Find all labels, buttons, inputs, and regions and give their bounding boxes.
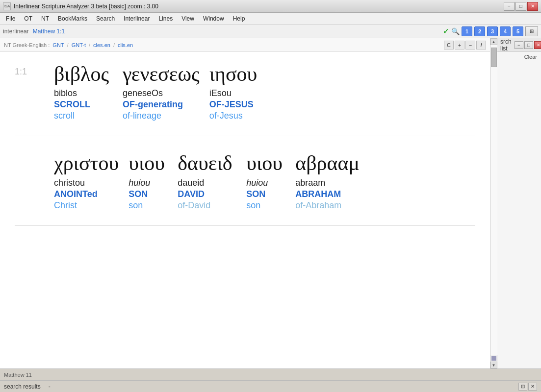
word-col-huiou2: υιου huiou SON son [241,151,290,210]
gloss-upper-iesou[interactable]: OF-JESUS [209,99,254,110]
words-grid: βιβλος biblos SCROLL scroll γενεσεως gen… [49,62,273,121]
verse-1-1-block: 1:1 βιβλος biblos SCROLL scroll γενεσεως… [15,62,475,121]
menu-view[interactable]: View [178,14,198,23]
scripture-view[interactable]: 1:1 βιβλος biblos SCROLL scroll γενεσεως… [0,52,490,368]
word-col-geneseos: γενεσεως geneseOs OF-generating of-linea… [118,62,205,121]
nt-link-clis[interactable]: clis.en [118,42,133,48]
srch-list-content [497,62,541,368]
gloss-lower-huiou1[interactable]: son [129,200,143,211]
gloss-lower-iesou[interactable]: of-Jesus [209,111,243,121]
maximize-button[interactable]: □ [515,2,526,11]
word-col-christou: χριστου christou ANOINTed Christ [49,151,124,210]
translit-geneseos: geneseOs [123,88,163,98]
greek-iesou[interactable]: ιησου [209,62,258,86]
greek-biblos[interactable]: βιβλος [54,62,109,86]
nt-link-gnt[interactable]: GNT [52,42,64,48]
translit-abraam: abraam [295,178,325,188]
nt-btn-i[interactable]: I [476,41,486,49]
nt-btn-minus[interactable]: − [465,41,475,49]
gloss-upper-geneseos[interactable]: OF-generating [123,99,183,110]
word-col-abraam: αβρααμ abraam ABRAHAM of-Abraham [290,151,364,210]
gloss-upper-biblos[interactable]: SCROLL [54,99,90,110]
search-results-value: - [49,383,51,390]
translit-biblos: biblos [54,88,77,98]
search-results-label: search results [4,383,41,390]
nt-btn-plus[interactable]: + [455,41,464,49]
verse-number: 1:1 [15,62,49,77]
word-col-biblos: βιβλος biblos SCROLL scroll [49,62,118,121]
check-icon[interactable]: ✓ [443,26,449,36]
content-scrollbar[interactable]: ▲ ▼ [490,38,497,368]
gloss-upper-huiou1[interactable]: SON [129,189,148,199]
breadcrumb[interactable]: Matthew 1:1 [33,28,65,35]
gloss-lower-abraam[interactable]: of-Abraham [295,200,341,211]
scroll-indicator [491,356,496,361]
search-icon[interactable]: 🔍 [451,27,460,35]
verse-row-2: χριστου christou ANOINTed Christ υιου hu… [15,151,475,210]
verse-divider-1 [15,136,475,136]
scroll-up-arrow[interactable]: ▲ [490,38,497,45]
gloss-lower-biblos[interactable]: scroll [54,111,75,121]
grid-icon[interactable]: ⊞ [525,26,538,36]
gloss-upper-huiou2[interactable]: SON [246,189,265,199]
menu-interlinear[interactable]: Interlinear [120,14,154,23]
gloss-lower-christou[interactable]: Christ [54,200,77,211]
greek-christou[interactable]: χριστου [54,151,119,175]
menu-file[interactable]: File [2,14,19,23]
num-btn-3[interactable]: 3 [487,26,498,36]
greek-huiou2[interactable]: υιου [246,151,283,175]
bottom-btn-close[interactable]: ✕ [528,383,537,391]
translit-iesou: iEsou [209,88,232,98]
menu-window[interactable]: Window [199,14,228,23]
menu-ot[interactable]: OT [20,14,36,23]
interlinear-status: Matthew 11 [0,368,541,380]
scroll-track[interactable] [490,45,497,355]
num-btn-4[interactable]: 4 [500,26,511,36]
translit-huiou1: huiou [129,178,150,188]
word-col-iesou: ιησου iEsou OF-JESUS of-Jesus [205,62,273,121]
word-col-huiou1: υιου huiou SON son [124,151,173,210]
gloss-upper-daueid[interactable]: DAVID [178,189,205,199]
close-button[interactable]: ✕ [527,2,538,11]
minimize-button[interactable]: − [504,2,515,11]
nt-toolbar: NT Greek-English : GNT / GNT-t / cles.en… [0,38,490,52]
greek-daueid[interactable]: δαυειδ [178,151,232,175]
verse-divider-2 [15,225,475,226]
nt-link-cles[interactable]: cles.en [93,42,110,48]
menu-lines[interactable]: Lines [155,14,177,23]
srch-max-button[interactable]: □ [524,41,533,49]
verse-number-empty [15,151,49,156]
scroll-thumb[interactable] [491,48,497,67]
gloss-upper-abraam[interactable]: ABRAHAM [295,189,341,199]
scroll-down-arrow[interactable]: ▼ [490,362,497,368]
window-controls: − □ ✕ [504,2,538,11]
nt-btn-c[interactable]: C [444,41,454,49]
greek-huiou1[interactable]: υιου [129,151,165,175]
bottom-btn-restore[interactable]: ⊡ [518,383,527,391]
menu-help[interactable]: Help [229,14,249,23]
gloss-upper-christou[interactable]: ANOINTed [54,189,98,199]
window-title: Interlinear Scripture Analyzer 3 beta [b… [14,3,504,10]
gloss-lower-daueid[interactable]: of-David [178,200,210,211]
num-btn-2[interactable]: 2 [474,26,485,36]
num-btn-5[interactable]: 5 [513,26,523,36]
srch-clear-button[interactable]: Clear [497,52,541,62]
num-btn-1[interactable]: 1 [462,26,472,36]
translit-christou: christou [54,178,85,188]
greek-geneseos[interactable]: γενεσεως [123,62,200,86]
word-col-daueid: δαυειδ daueid DAVID of-David [173,151,241,210]
srch-min-button[interactable]: − [515,41,523,49]
menu-search[interactable]: Search [92,14,119,23]
translit-daueid: daueid [178,178,204,188]
nt-link-gnt-t[interactable]: GNT-t [72,42,86,48]
verse-1-1-block-2: χριστου christou ANOINTed Christ υιου hu… [15,151,475,210]
nt-label: NT Greek-English : [4,42,50,48]
gloss-lower-huiou2[interactable]: son [246,200,260,211]
menu-nt[interactable]: NT [37,14,53,23]
gloss-lower-geneseos[interactable]: of-lineage [123,111,161,121]
app-icon: ISA [3,2,11,10]
menu-bookmarks[interactable]: BookMarks [54,14,91,23]
greek-abraam[interactable]: αβρααμ [295,151,360,175]
bottom-controls: ⊡ ✕ [518,383,537,391]
srch-close-button[interactable]: ✕ [534,41,541,49]
